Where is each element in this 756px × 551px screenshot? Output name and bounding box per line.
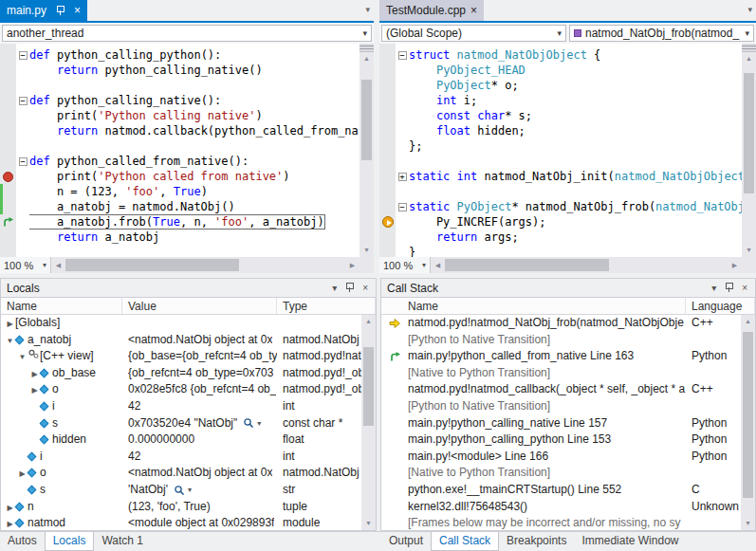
fold-margin[interactable] (16, 169, 29, 184)
scroll-down-icon[interactable]: ▼ (741, 517, 755, 530)
code-line[interactable]: Py_INCREF(args); (379, 214, 742, 230)
locals-row[interactable]: ▶ob_base{ob_refcnt=4 ob_type=0x703natmod… (1, 365, 361, 382)
window-menu-icon[interactable]: ▾ (328, 283, 341, 293)
tree-expander-icon[interactable]: ▶ (17, 466, 28, 482)
callstack-row[interactable]: main.py!python_calling_native Line 157Py… (381, 415, 741, 432)
column-header-type[interactable]: Type (277, 298, 376, 314)
breakpoint-margin[interactable] (0, 78, 16, 93)
code-line[interactable]: return args; (379, 230, 742, 245)
code-line[interactable]: PyObject_HEAD (379, 63, 742, 78)
breakpoint-margin[interactable] (0, 169, 16, 184)
scroll-thumb[interactable] (363, 347, 374, 427)
tab-autos[interactable]: Autos (0, 532, 45, 551)
locals-row[interactable]: ▶[Globals] (1, 315, 361, 332)
fold-margin[interactable]: − (396, 47, 409, 63)
callstack-row[interactable]: [Frames below may be incorrect and/or mi… (381, 515, 741, 530)
callstack-row[interactable]: [Python to Native Transition] (381, 332, 741, 349)
breakpoint-margin[interactable] (379, 108, 396, 123)
scroll-thumb[interactable] (743, 332, 753, 498)
fold-toggle-icon[interactable]: − (398, 203, 407, 211)
breakpoint-margin[interactable] (0, 199, 16, 214)
fold-margin[interactable] (396, 78, 409, 93)
tree-expander-icon[interactable]: ▶ (29, 382, 40, 398)
scroll-track[interactable] (741, 328, 755, 517)
fold-margin[interactable] (16, 108, 29, 123)
fold-margin[interactable] (16, 230, 29, 245)
close-icon[interactable]: × (738, 283, 751, 293)
code-line[interactable]: a_natobj = natmod.NatObj() (0, 199, 360, 214)
fold-margin[interactable] (16, 138, 29, 154)
breakpoint-icon[interactable] (3, 172, 13, 182)
close-icon[interactable]: × (470, 6, 477, 15)
scroll-down-icon[interactable]: ▼ (361, 517, 376, 530)
callstack-row[interactable]: kernel32.dll!75648543()Unknown (381, 499, 741, 516)
column-header-name[interactable]: Name (381, 298, 686, 314)
tree-expander-icon[interactable]: ▶ (5, 516, 15, 530)
callstack-row[interactable]: natmod.pyd!natmod_NatObj_frob(natmod_Nat… (381, 315, 741, 332)
scroll-thumb[interactable] (65, 259, 239, 271)
scroll-track[interactable] (361, 328, 376, 517)
fold-toggle-icon[interactable]: − (398, 51, 407, 60)
code-line[interactable]: −def python_called_from_native(): (0, 154, 360, 169)
scroll-thumb[interactable] (445, 259, 609, 271)
code-editor-main-py[interactable]: −def python_calling_python(): return pyt… (0, 44, 360, 257)
callstack-row[interactable]: main.py!python_calling_python Line 153Py… (381, 432, 741, 449)
column-header-language[interactable]: Language (686, 298, 755, 314)
tab-locals[interactable]: Locals (45, 532, 95, 551)
code-line[interactable] (0, 138, 360, 154)
tree-expander-icon[interactable]: ▶ (5, 500, 15, 516)
breakpoint-margin[interactable] (379, 169, 396, 184)
code-line[interactable] (379, 154, 742, 169)
code-line[interactable]: a_natobj.frob(True, n, 'foo', a_natobj) (0, 214, 360, 230)
locals-row[interactable]: i42int (1, 398, 361, 415)
fold-margin[interactable]: − (16, 47, 29, 63)
window-menu-icon[interactable]: ▾ (708, 283, 720, 293)
scroll-up-icon[interactable]: ▲ (360, 52, 374, 65)
code-line[interactable]: } (379, 245, 742, 257)
locals-row[interactable]: hidden0.000000000float (1, 432, 361, 449)
locals-row[interactable]: s'NatObj'▾str (1, 482, 361, 499)
callstack-row[interactable]: [Python to Native Transition] (381, 398, 741, 415)
tab-output[interactable]: Output (381, 532, 431, 551)
code-line[interactable]: return natmod.callback(python_called_fro… (0, 123, 360, 138)
fold-margin[interactable]: + (396, 169, 409, 184)
tree-expander-icon[interactable]: ▼ (5, 333, 15, 349)
tab-testmodule-cpp[interactable]: TestModule.cpp × (379, 0, 484, 21)
pin-icon[interactable] (56, 6, 65, 16)
locals-row[interactable]: ▼[C++ view]{ob_base={ob_refcnt=4 ob_tyna… (1, 348, 361, 365)
scroll-track[interactable] (742, 65, 756, 244)
fold-margin[interactable] (396, 184, 409, 199)
fold-margin[interactable]: − (16, 154, 29, 169)
locals-row[interactable]: ▼a_natobj<natmod.NatObj object at 0xnatm… (1, 332, 361, 349)
callstack-row[interactable]: main.py!python_called_from_native Line 1… (381, 348, 741, 365)
locals-row[interactable]: ▶o<natmod.NatObj object at 0xnatmod.NatO… (1, 465, 361, 482)
scroll-down-icon[interactable]: ▼ (360, 244, 374, 257)
breakpoint-margin[interactable] (379, 138, 396, 154)
breakpoint-margin[interactable] (379, 93, 396, 108)
code-line[interactable] (379, 184, 742, 199)
breakpoint-margin[interactable] (379, 123, 396, 138)
breakpoint-margin[interactable] (379, 199, 396, 214)
code-line[interactable]: +static int natmod_NatObj_init(natmod_Na… (379, 169, 742, 184)
code-line[interactable]: }; (379, 138, 742, 154)
member-dropdown[interactable]: natmod_NatObj_frob(natmod_ ▾ (569, 25, 754, 42)
scroll-thumb[interactable] (744, 73, 754, 194)
locals-row[interactable]: s0x703520e4 "NatObj"▾const char * (1, 415, 361, 432)
fold-margin[interactable]: − (396, 199, 409, 214)
fold-margin[interactable] (16, 184, 29, 199)
code-line[interactable]: −def python_calling_python(): (0, 47, 360, 63)
close-icon[interactable]: × (359, 283, 372, 293)
code-line[interactable]: n = (123, 'foo', True) (0, 184, 360, 199)
breakpoint-margin[interactable] (0, 214, 16, 230)
callstack-row[interactable]: main.py!<module> Line 166Python (381, 449, 741, 466)
pin-icon[interactable] (725, 283, 733, 293)
locals-row[interactable]: ▶natmod<module object at 0x029893fmodule (1, 515, 361, 530)
code-line[interactable]: PyObject* o; (379, 78, 742, 93)
breakpoint-margin[interactable] (379, 154, 396, 169)
vertical-scrollbar[interactable]: ▲ ▼ (741, 315, 755, 530)
code-line[interactable]: −struct natmod_NatObjObject { (379, 47, 742, 63)
fold-toggle-icon[interactable]: − (19, 157, 28, 166)
code-line[interactable]: print('Python calling native') (0, 108, 360, 123)
tab-watch-1[interactable]: Watch 1 (94, 532, 151, 551)
fold-margin[interactable] (396, 138, 409, 154)
